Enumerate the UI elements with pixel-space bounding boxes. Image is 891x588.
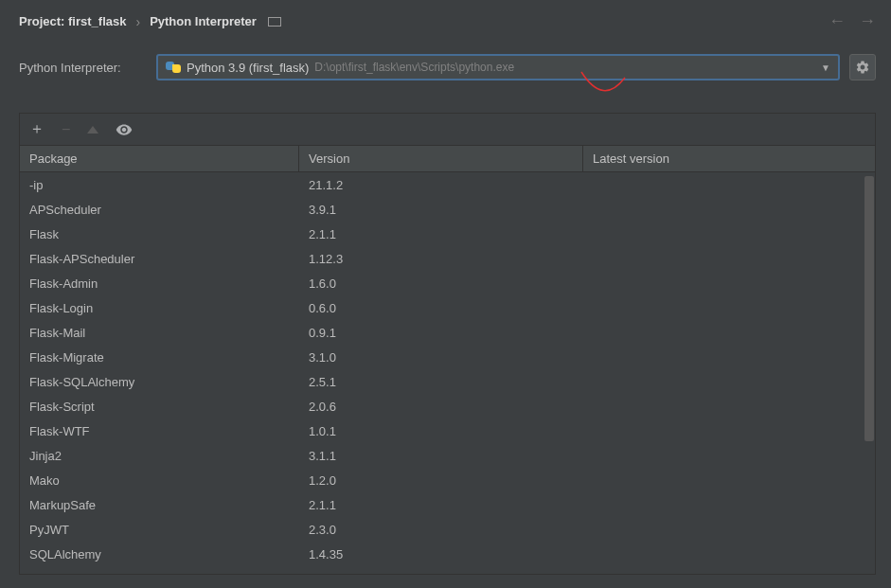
upgrade-package-button[interactable] [87, 126, 98, 134]
interpreter-name: Python 3.9 (first_flask) [187, 61, 309, 75]
cell-latest [583, 453, 875, 458]
table-row[interactable]: Flask-SQLAlchemy2.5.1 [20, 369, 875, 394]
back-button[interactable]: ← [829, 11, 846, 31]
cell-package: Jinja2 [20, 446, 299, 466]
cell-latest [583, 305, 875, 311]
breadcrumb-current[interactable]: Python Interpreter [150, 14, 257, 28]
table-row[interactable]: Flask-Admin1.6.0 [20, 271, 875, 295]
cell-latest [583, 206, 875, 212]
cell-version: 21.1.2 [299, 175, 583, 195]
cell-version: 2.5.1 [299, 372, 583, 392]
cell-version: 0.9.1 [299, 323, 583, 343]
cell-package: PyJWT [20, 520, 299, 540]
nav-arrows: ← → [829, 11, 876, 31]
table-row[interactable]: Flask-Migrate3.1.0 [20, 345, 875, 369]
table-row[interactable]: Mako1.2.0 [20, 468, 875, 492]
breadcrumb-prefix: Project: [19, 14, 64, 28]
cell-version: 1.2.0 [299, 471, 583, 490]
cell-version: 2.1.1 [299, 495, 583, 515]
cell-package: Flask-Script [20, 397, 299, 417]
cell-version: 3.1.1 [299, 446, 583, 466]
packages-toolbar: ＋ − [20, 114, 875, 146]
add-package-button[interactable]: ＋ [29, 119, 45, 139]
packages-table: ＋ − Package Version Latest version -ip21… [19, 113, 876, 575]
breadcrumb-project[interactable]: Project: first_flask [19, 14, 126, 28]
cell-version: 0.6.0 [299, 298, 583, 318]
cell-version: 1.4.35 [299, 544, 583, 564]
table-row[interactable]: Jinja23.1.1 [20, 443, 875, 468]
table-row[interactable]: Flask-WTF1.0.1 [20, 419, 875, 443]
triangle-up-icon [87, 126, 98, 134]
scrollbar-thumb[interactable] [864, 176, 874, 441]
cell-latest [583, 428, 875, 434]
show-early-releases-button[interactable] [116, 121, 133, 138]
cell-package: MarkupSafe [20, 495, 299, 515]
cell-version: 3.1.0 [299, 347, 583, 367]
chevron-down-icon: ▼ [821, 62, 830, 73]
cell-package: Flask-WTF [20, 421, 299, 441]
table-row[interactable]: SQLAlchemy1.4.35 [20, 542, 875, 566]
table-header: Package Version Latest version [20, 146, 875, 172]
cell-package: Flask-SQLAlchemy [20, 372, 299, 392]
interpreter-path: D:\opt\first_flask\env\Scripts\python.ex… [314, 61, 514, 74]
cell-latest [583, 551, 875, 557]
table-row[interactable]: Flask-Login0.6.0 [20, 295, 875, 320]
table-row[interactable]: APScheduler3.9.1 [20, 197, 875, 222]
breadcrumb: Project: first_flask › Python Interprete… [19, 14, 281, 29]
cell-latest [583, 354, 875, 360]
cell-package: Flask-Admin [20, 274, 299, 294]
table-row[interactable]: Flask2.1.1 [20, 222, 875, 246]
table-row[interactable]: PyJWT2.3.0 [20, 517, 875, 542]
chevron-right-icon: › [135, 14, 140, 29]
cell-latest [583, 502, 875, 508]
cell-version: 1.6.0 [299, 274, 583, 294]
cell-latest [583, 256, 875, 261]
table-row[interactable]: MarkupSafe2.1.1 [20, 492, 875, 517]
cell-version: 2.1.1 [299, 224, 583, 244]
interpreter-dropdown[interactable]: Python 3.9 (first_flask) D:\opt\first_fl… [156, 54, 840, 80]
cell-version: 3.9.1 [299, 200, 583, 220]
cell-package: Flask-Login [20, 298, 299, 318]
cell-package: Flask [20, 224, 299, 244]
cell-latest [583, 231, 875, 237]
cell-package: Mako [20, 471, 299, 490]
table-body[interactable]: -ip21.1.2APScheduler3.9.1Flask2.1.1Flask… [20, 172, 875, 574]
python-icon [166, 60, 181, 75]
table-row[interactable]: Flask-Script2.0.6 [20, 394, 875, 419]
table-row[interactable]: Flask-Mail0.9.1 [20, 320, 875, 345]
table-row[interactable]: Flask-APScheduler1.12.3 [20, 246, 875, 271]
cell-package: Flask-Migrate [20, 347, 299, 367]
cell-latest [583, 477, 875, 483]
table-row[interactable]: -ip21.1.2 [20, 172, 875, 197]
cell-latest [583, 330, 875, 335]
cell-version: 1.12.3 [299, 249, 583, 269]
cell-latest [583, 403, 875, 409]
cell-latest [583, 182, 875, 187]
settings-button[interactable] [849, 54, 876, 80]
cell-latest [583, 526, 875, 532]
gear-icon [855, 60, 870, 75]
cell-package: SQLAlchemy [20, 544, 299, 564]
cell-package: -ip [20, 175, 299, 195]
cell-package: Flask-APScheduler [20, 249, 299, 269]
remove-package-button[interactable]: − [62, 121, 70, 138]
column-header-latest[interactable]: Latest version [583, 146, 875, 171]
cell-version: 1.0.1 [299, 421, 583, 441]
scrollbar[interactable] [864, 176, 874, 571]
breadcrumb-project-name: first_flask [68, 14, 126, 28]
cell-package: Flask-Mail [20, 323, 299, 343]
cell-package: APScheduler [20, 200, 299, 220]
cell-version: 2.0.6 [299, 397, 583, 417]
cell-latest [583, 280, 875, 286]
column-header-version[interactable]: Version [299, 146, 583, 171]
interpreter-row: Python Interpreter: Python 3.9 (first_fl… [0, 46, 891, 90]
top-bar: Project: first_flask › Python Interprete… [0, 0, 891, 46]
interpreter-label: Python Interpreter: [19, 61, 147, 75]
eye-icon [116, 121, 133, 138]
column-header-package[interactable]: Package [20, 146, 299, 171]
window-icon [268, 17, 281, 27]
cell-latest [583, 379, 875, 384]
cell-version: 2.3.0 [299, 520, 583, 540]
forward-button[interactable]: → [859, 11, 876, 31]
